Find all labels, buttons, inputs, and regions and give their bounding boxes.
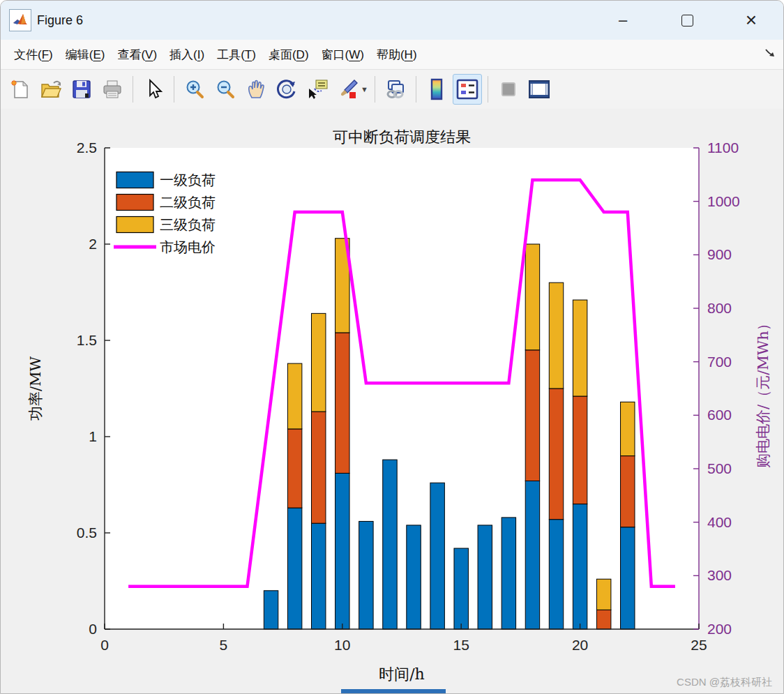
bar-segment xyxy=(454,548,468,629)
menu-help[interactable]: 帮助(H) xyxy=(370,43,423,67)
watermark: CSDN @荔枝科研社 xyxy=(677,676,772,689)
menu-tools[interactable]: 工具(T) xyxy=(211,43,262,67)
menu-file[interactable]: 文件(F) xyxy=(8,43,59,67)
bar-segment xyxy=(573,300,587,396)
x-tick-label: 25 xyxy=(691,637,707,653)
edit-plot-pointer-icon[interactable] xyxy=(139,74,168,105)
insert-legend-icon[interactable] xyxy=(453,74,482,105)
chart-title: 可中断负荷调度结果 xyxy=(333,128,471,146)
legend-swatch xyxy=(116,217,153,233)
close-button[interactable]: × xyxy=(719,1,783,40)
brush-data-icon[interactable] xyxy=(333,74,363,105)
menu-desktop[interactable]: 桌面(D) xyxy=(262,43,315,67)
y-right-tick-label: 1100 xyxy=(707,139,739,156)
y-right-tick-label: 1000 xyxy=(707,193,740,209)
x-axis-label: 时间/h xyxy=(379,665,425,683)
bar-segment xyxy=(311,523,325,629)
bar-segment xyxy=(549,389,563,520)
bar-segment xyxy=(502,518,515,629)
matlab-logo-icon xyxy=(9,9,31,31)
bar-segment xyxy=(264,591,278,629)
y-left-tick-label: 1.5 xyxy=(77,332,97,348)
menu-view[interactable]: 查看(V) xyxy=(111,43,163,67)
legend-label: 三级负荷 xyxy=(160,216,216,233)
figure-toolbar: ▼ xyxy=(1,70,783,110)
figure-window: Figure 6 – × 文件(F) 编辑(E) 查看(V) 插入(I) 工具(… xyxy=(0,0,784,694)
y-right-axis-label: 购电电价/（元/MWh） xyxy=(755,316,771,468)
legend-label: 二级负荷 xyxy=(160,194,216,211)
zoom-out-icon[interactable] xyxy=(211,74,240,105)
y-right-tick-label: 400 xyxy=(707,514,732,530)
bar-segment xyxy=(311,412,325,523)
bar-segment xyxy=(336,333,349,473)
open-file-icon[interactable] xyxy=(36,74,66,105)
bar-segment xyxy=(549,282,563,389)
menu-edit[interactable]: 编辑(E) xyxy=(59,43,112,67)
y-left-tick-label: 2.5 xyxy=(77,139,97,156)
bar-segment xyxy=(407,525,421,629)
toolbar-separator xyxy=(375,76,375,103)
figure-canvas: 00.511.522.50510152025200300400500600700… xyxy=(1,109,784,694)
maximize-button[interactable] xyxy=(655,1,719,40)
maximize-icon xyxy=(681,15,693,27)
new-figure-icon[interactable] xyxy=(6,74,35,105)
bar-segment xyxy=(525,244,539,350)
title-bar: Figure 6 – × xyxy=(1,1,783,40)
print-figure-icon[interactable] xyxy=(98,74,127,105)
legend-label: 一级负荷 xyxy=(160,172,216,188)
bar-segment xyxy=(525,481,539,629)
legend-swatch xyxy=(116,172,153,188)
bar-segment xyxy=(478,525,492,629)
bar-segment xyxy=(621,456,635,527)
minimize-button[interactable]: – xyxy=(591,1,655,40)
y-left-tick-label: 2 xyxy=(89,236,97,252)
legend-label: 市场电价 xyxy=(160,239,216,255)
save-figure-icon[interactable] xyxy=(67,74,96,105)
toolbar-separator xyxy=(133,76,133,103)
y-right-tick-label: 500 xyxy=(707,460,732,476)
toolbar-separator xyxy=(174,76,174,103)
link-plot-icon[interactable] xyxy=(381,74,410,105)
bar-segment xyxy=(287,508,301,629)
bar-segment xyxy=(287,363,301,429)
y-right-tick-label: 600 xyxy=(707,407,732,423)
menu-bar: 文件(F) 编辑(E) 查看(V) 插入(I) 工具(T) 桌面(D) 窗口(W… xyxy=(1,40,783,70)
menu-window[interactable]: 窗口(W) xyxy=(315,43,370,67)
hide-plot-tools-icon[interactable] xyxy=(494,74,523,105)
y-right-tick-label: 300 xyxy=(707,567,732,583)
y-left-tick-label: 0 xyxy=(89,621,97,637)
bar-segment xyxy=(596,579,610,610)
bar-segment xyxy=(573,396,587,504)
bar-segment xyxy=(383,460,397,629)
x-tick-label: 10 xyxy=(334,637,350,653)
bar-segment xyxy=(287,429,301,508)
bar-segment xyxy=(621,402,635,455)
toolbar-separator xyxy=(488,76,488,103)
rotate-3d-icon[interactable] xyxy=(272,74,301,105)
dock-figure-icon[interactable] xyxy=(764,47,776,62)
menu-insert[interactable]: 插入(I) xyxy=(163,43,211,67)
bar-segment xyxy=(311,313,325,412)
pan-hand-icon[interactable] xyxy=(241,74,271,105)
bar-segment xyxy=(596,610,610,629)
y-left-tick-label: 0.5 xyxy=(77,525,97,541)
x-tick-label: 0 xyxy=(100,637,109,653)
show-plot-tools-dock-icon[interactable] xyxy=(525,74,554,105)
x-tick-label: 5 xyxy=(220,637,228,653)
data-cursor-icon[interactable] xyxy=(303,74,332,105)
bar-segment xyxy=(359,521,373,629)
bar-segment xyxy=(573,504,587,629)
window-title: Figure 6 xyxy=(37,13,83,28)
zoom-in-icon[interactable] xyxy=(180,74,209,105)
bar-segment xyxy=(430,483,444,629)
brush-dropdown-caret[interactable]: ▼ xyxy=(361,85,368,93)
y-right-tick-label: 200 xyxy=(707,621,732,637)
toolbar-separator xyxy=(416,76,416,103)
x-tick-label: 15 xyxy=(453,637,469,653)
bar-segment xyxy=(621,527,635,629)
y-left-tick-label: 1 xyxy=(89,428,97,444)
bar-segment xyxy=(336,473,349,629)
background-window-fragment xyxy=(341,689,446,694)
insert-colorbar-icon[interactable] xyxy=(422,74,451,105)
x-tick-label: 20 xyxy=(572,637,588,653)
